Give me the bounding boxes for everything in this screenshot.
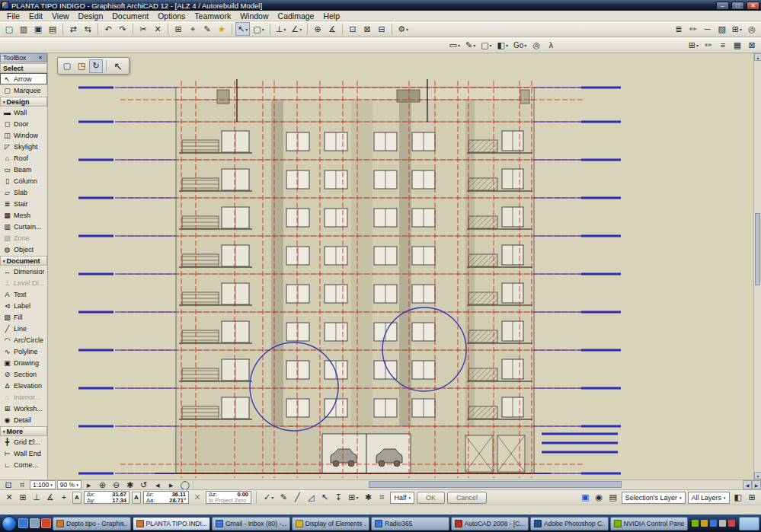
- measure-button[interactable]: ∡: [325, 22, 339, 36]
- half-size-combo[interactable]: Half ▾: [390, 492, 414, 504]
- scale-combo[interactable]: 1:100 ▾: [30, 480, 56, 489]
- new-button[interactable]: ▢: [2, 22, 16, 36]
- send-changes-button[interactable]: ⇄: [66, 22, 80, 36]
- toolbox-close-icon[interactable]: ✕: [37, 55, 44, 61]
- settings-combo[interactable]: ⚙▾: [395, 22, 411, 36]
- display-order-combo[interactable]: ⊞▾: [686, 38, 701, 52]
- menu-window[interactable]: Window: [235, 11, 273, 21]
- maximize-button[interactable]: □: [731, 2, 744, 10]
- tool-skylight[interactable]: ◸Skylight: [0, 141, 47, 152]
- layer-visibility-button[interactable]: ◉: [593, 492, 605, 504]
- line-weight-button[interactable]: ─: [701, 22, 715, 36]
- origin-button[interactable]: ⊕: [311, 22, 325, 36]
- pen-sets-button[interactable]: ✏: [686, 22, 700, 36]
- toolbox-titlebar[interactable]: ToolBox ✕: [0, 53, 47, 62]
- materials-button[interactable]: ▨: [715, 22, 729, 36]
- tray-icon-update[interactable]: [701, 520, 708, 527]
- tool-slab[interactable]: ▱Slab: [0, 186, 47, 198]
- drawing-canvas[interactable]: ▢◳↻↖ ▲ ▼: [48, 53, 761, 479]
- rotate-mode-button[interactable]: ↻: [89, 59, 103, 73]
- selection-layer-combo[interactable]: Selection's Layer ▾: [622, 492, 686, 504]
- menu-teamwork[interactable]: Teamwork: [190, 11, 235, 21]
- taskbar-item-1[interactable]: Depto tipo - Graphis...: [53, 517, 131, 530]
- cursor-snap-button[interactable]: ↖: [318, 492, 331, 504]
- menu-file[interactable]: File: [2, 11, 24, 21]
- tool-wall-end[interactable]: ⊢Wall End: [0, 448, 47, 459]
- tool-object[interactable]: ◍Object: [0, 244, 47, 255]
- tool-beam[interactable]: ▭Beam: [0, 164, 47, 175]
- pen-button[interactable]: ✎: [200, 22, 214, 36]
- toolbox-section-more[interactable]: ▾More: [0, 426, 47, 436]
- panel-toggle-button[interactable]: ◧: [732, 492, 744, 504]
- trace-reference-combo[interactable]: ✎▾: [463, 38, 478, 52]
- quick-launch-browser[interactable]: [18, 518, 28, 528]
- construction-grid-combo[interactable]: ⊞▾: [346, 492, 360, 504]
- menu-view[interactable]: View: [47, 11, 74, 21]
- tool-drawing[interactable]: ▣Drawing: [0, 357, 47, 368]
- taskbar-item-8[interactable]: NVIDIA Control Panel: [610, 517, 689, 530]
- hatch-button[interactable]: ▦: [731, 38, 744, 52]
- tool-arc-circle[interactable]: ◠Arc/Circle: [0, 334, 47, 346]
- line-style-button[interactable]: ╱: [291, 492, 303, 504]
- project-down-button[interactable]: ↧: [332, 492, 344, 504]
- tool-door[interactable]: ◻Door: [0, 118, 47, 129]
- list-button[interactable]: ≡: [716, 38, 730, 52]
- ok-button[interactable]: OK: [417, 492, 445, 504]
- snap-points-button[interactable]: ⌖: [186, 22, 200, 36]
- taskbar-item-5[interactable]: Radio365: [371, 517, 449, 530]
- layer-list-button[interactable]: ▤: [606, 492, 619, 504]
- angle-tool-button[interactable]: ◿: [305, 492, 317, 504]
- close-panel-button[interactable]: ⊠: [745, 38, 759, 52]
- tool-elevation[interactable]: ∆Elevation: [0, 380, 47, 391]
- group-button[interactable]: ⊡: [346, 22, 360, 36]
- tool-level-di[interactable]: ⊥Level Di...: [0, 277, 47, 288]
- scroll-left-arrow[interactable]: ◀: [743, 480, 752, 489]
- view-combo[interactable]: ◧▾: [495, 38, 510, 52]
- toolbox-section-select[interactable]: Select: [0, 63, 47, 73]
- menu-edit[interactable]: Edit: [24, 11, 47, 21]
- xy-coordinate-box[interactable]: Δx:31.67 Δy:17.34: [84, 491, 129, 504]
- menu-design[interactable]: Design: [74, 11, 108, 21]
- receive-changes-button[interactable]: ⇆: [81, 22, 94, 36]
- drawing-combo[interactable]: ▢▾: [478, 38, 494, 52]
- tool-grid-el[interactable]: ╋Grid El...: [0, 436, 47, 448]
- tray-icon-nvidia[interactable]: [692, 520, 699, 527]
- delete-button[interactable]: ✕: [151, 22, 165, 36]
- absolute-x-button[interactable]: A: [72, 492, 82, 504]
- vertical-scrollbar[interactable]: ▲ ▼: [753, 53, 761, 479]
- tool-text[interactable]: AText: [0, 288, 47, 300]
- camera-button[interactable]: ◎: [745, 22, 759, 36]
- zoom-combo[interactable]: 90 % ▾: [57, 480, 82, 489]
- all-layers-combo[interactable]: All Layers ▾: [688, 492, 730, 504]
- explore-button[interactable]: λ: [544, 38, 558, 52]
- horizontal-scroll-thumb[interactable]: [369, 481, 621, 488]
- marquee-mode-button[interactable]: ▢: [60, 59, 74, 73]
- vertical-scroll-thumb[interactable]: [755, 213, 760, 285]
- taskbar-item-4[interactable]: Display of Elements ...: [292, 517, 370, 530]
- gravity-toggle[interactable]: ⊥: [30, 492, 43, 504]
- toolbox-section-design[interactable]: ▾Design: [0, 97, 47, 107]
- tool-detail[interactable]: ◉Detail: [0, 414, 47, 425]
- favorites-button[interactable]: ★: [215, 22, 229, 36]
- arrow-cursor-button[interactable]: ↖: [110, 59, 126, 74]
- tool-marquee[interactable]: ▢Marquee: [0, 84, 47, 96]
- arrow-tool-combo[interactable]: ↖▾: [235, 22, 250, 36]
- tray-icon-security[interactable]: [728, 520, 735, 527]
- save-button[interactable]: ▣: [31, 22, 45, 36]
- angle-snap-toggle[interactable]: ∡: [44, 492, 56, 504]
- scroll-right-arrow[interactable]: ▶: [752, 480, 761, 489]
- close-button[interactable]: ✕: [747, 2, 759, 10]
- elevation-drawing[interactable]: [48, 53, 761, 479]
- menu-help[interactable]: Help: [318, 11, 344, 21]
- menu-document[interactable]: Document: [107, 11, 153, 21]
- cut-button[interactable]: ✂: [136, 22, 150, 36]
- open-button[interactable]: ▥: [17, 22, 30, 36]
- menu-cadimage[interactable]: Cadimage: [273, 11, 319, 21]
- tool-curtain[interactable]: ▥Curtain...: [0, 221, 47, 232]
- quick-launch-media[interactable]: [41, 518, 51, 528]
- cancel-button[interactable]: Cancel: [447, 492, 487, 504]
- tool-dimension[interactable]: ↔Dimension: [0, 266, 47, 277]
- tool-section[interactable]: ⊘Section: [0, 368, 47, 380]
- grid-snap-toggle[interactable]: ⊞: [17, 492, 29, 504]
- redo-button[interactable]: ↷: [116, 22, 129, 36]
